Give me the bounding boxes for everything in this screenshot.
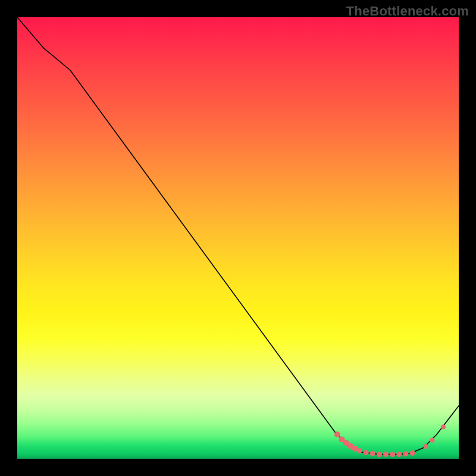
data-marker [383,452,389,457]
data-marker [370,451,375,456]
data-marker [410,450,415,456]
curve-path [17,17,459,455]
marker-layer [334,425,446,458]
data-marker [423,444,428,449]
data-marker [396,452,402,457]
plot-svg [17,17,459,459]
data-marker [377,452,382,457]
data-marker [390,452,395,457]
plot-area [17,17,459,459]
chart-frame: TheBottleneck.com [0,0,476,476]
data-marker [403,451,409,456]
data-marker [430,438,435,443]
data-marker [357,448,362,453]
data-marker [364,450,369,455]
data-marker [441,425,446,430]
data-marker [334,431,340,437]
